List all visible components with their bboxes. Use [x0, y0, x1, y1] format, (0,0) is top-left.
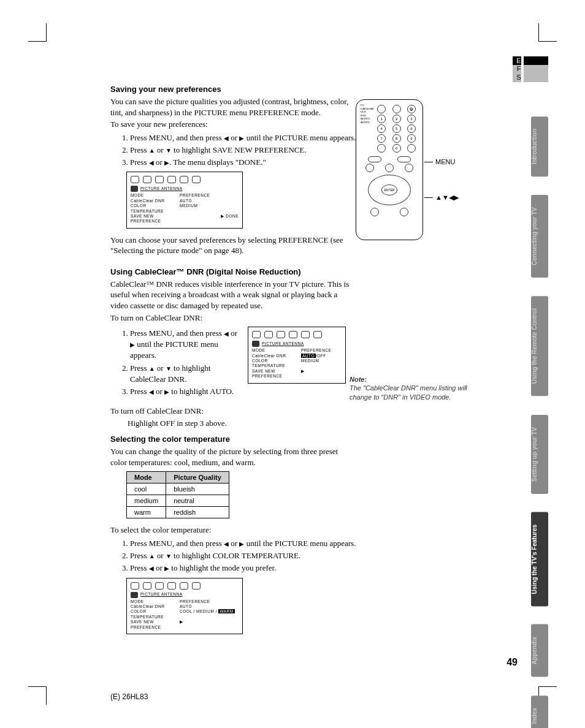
page-number: 49 — [507, 657, 518, 668]
lang-f: F — [514, 65, 523, 72]
up-triangle-icon: ▲ — [149, 553, 155, 559]
tab-index: Index — [531, 696, 548, 728]
heading-cableclear: Using CableClear™ DNR (Digital Noise Red… — [110, 267, 429, 276]
td: blueish — [166, 483, 229, 495]
left-triangle-icon: ◀ — [224, 540, 229, 547]
remote-menu-label: MENU — [435, 158, 455, 165]
down-triangle-icon: ▼ — [166, 365, 172, 372]
osd-menu-1: PICTURE ANTENNA MODEPREFERENCE CableClea… — [126, 172, 243, 229]
side-tabs: Introduction Connecting your TV Using th… — [531, 116, 548, 728]
step: Press MENU, and then press ◀ or ▶ until … — [130, 328, 240, 362]
th-mode: Mode — [127, 472, 166, 483]
osd-menu-2: PICTURE ANTENNA MODEPREFERENCE CableClea… — [248, 327, 346, 384]
note-heading: Note: — [350, 375, 478, 384]
td: medium — [127, 495, 166, 507]
language-tabs: E F S — [513, 56, 548, 82]
tab-appendix: Appendix — [531, 624, 548, 677]
left-triangle-icon: ◀ — [224, 330, 229, 337]
right-triangle-icon: ▶ — [164, 159, 169, 166]
tab-connecting: Connecting your TV — [531, 195, 548, 278]
para: To select the color temperature: — [110, 525, 429, 536]
td: cool — [127, 483, 166, 495]
down-triangle-icon: ▼ — [166, 553, 172, 559]
lang-e: E — [514, 57, 523, 64]
left-triangle-icon: ◀ — [149, 389, 154, 395]
para: Highlight OFF in step 3 above. — [128, 418, 429, 429]
th-quality: Picture Quality — [166, 472, 229, 483]
left-triangle-icon: ◀ — [149, 159, 154, 166]
color-temp-table: ModePicture Quality coolblueish mediumne… — [126, 471, 229, 518]
remote-arrows-label: ▲▼◀▶ — [435, 194, 459, 202]
para: You can choose your saved preferences by… — [110, 235, 356, 256]
step: Press ◀ or ▶ to highlight AUTO. — [130, 386, 240, 397]
right-triangle-icon: ▶ — [130, 341, 135, 348]
up-triangle-icon: ▲ — [149, 147, 155, 154]
para: To turn on CableClear DNR: — [110, 313, 429, 324]
step: Press MENU, and then press ◀ or ▶ until … — [130, 538, 429, 549]
para: To turn off CableClear DNR: — [110, 406, 429, 417]
td: reddish — [166, 507, 229, 518]
note-text: The "CableClear DNR" menu listing will c… — [350, 384, 478, 401]
crop-mark — [28, 23, 47, 42]
td: neutral — [166, 495, 229, 507]
osd-menu-3: PICTURE ANTENNA MODEPREFERENCE CableClea… — [126, 578, 243, 635]
crop-mark — [28, 686, 47, 705]
heading-color-temp: Selecting the color temperature — [110, 434, 429, 444]
right-triangle-icon: ▶ — [164, 389, 169, 395]
right-triangle-icon: ▶ — [164, 565, 169, 572]
tab-features: Using the TV's Features — [531, 512, 548, 607]
heading-save-prefs: Saving your new preferences — [110, 85, 429, 94]
lang-s: S — [514, 74, 523, 81]
crop-mark — [538, 23, 557, 42]
step: Press ▲ or ▼ to highlight CableClear DNR… — [130, 363, 240, 385]
footer-code: (E) 26HL83 — [110, 692, 148, 701]
left-triangle-icon: ◀ — [149, 565, 154, 572]
remote-illustration: •TV•CABLE/SAT•VCR•DVD•AUDIO1•AUDIO2 ⏻ 12… — [356, 99, 423, 240]
td: warm — [127, 507, 166, 518]
para: You can save the picture qualities you a… — [110, 96, 356, 118]
step: Press ▲ or ▼ to highlight COLOR TEMPERAT… — [130, 550, 429, 561]
left-triangle-icon: ◀ — [224, 135, 229, 142]
para: CableClear™ DNR reduces visible interfer… — [110, 279, 356, 311]
step: Press ◀ or ▶ to highlight the mode you p… — [130, 563, 429, 574]
down-triangle-icon: ▼ — [166, 147, 172, 154]
note-box: Note: The "CableClear DNR" menu listing … — [350, 375, 478, 401]
tab-introduction: Introduction — [531, 116, 548, 176]
tab-setting-up: Setting up your TV — [531, 415, 548, 494]
tab-remote: Using the Remote Control — [531, 296, 548, 396]
para: You can change the quality of the pictur… — [110, 446, 356, 468]
up-triangle-icon: ▲ — [149, 365, 155, 372]
